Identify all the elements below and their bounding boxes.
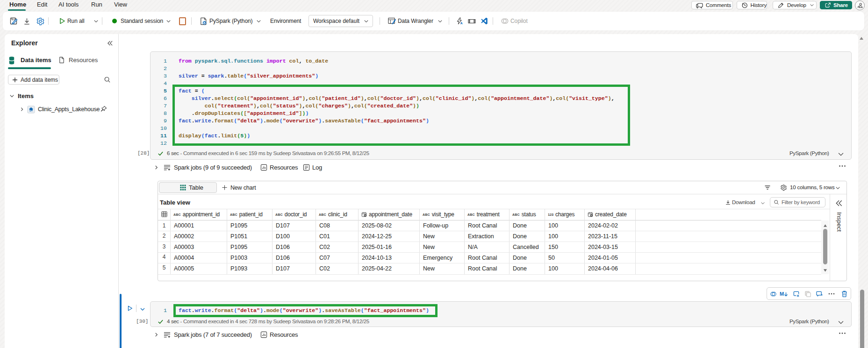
svg-text:A: A [460, 21, 463, 25]
